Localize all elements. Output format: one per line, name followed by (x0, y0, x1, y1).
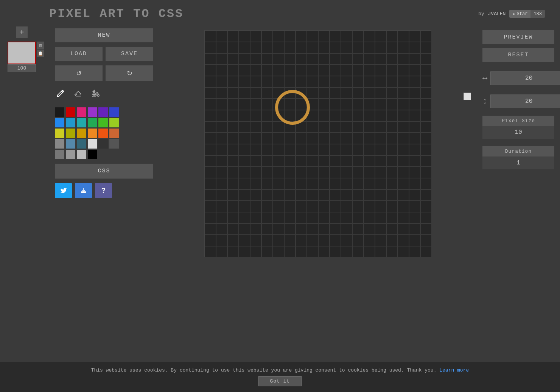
color-picker-tool[interactable] (90, 88, 101, 101)
pixel-cell[interactable] (239, 212, 250, 223)
pixel-cell[interactable] (216, 212, 227, 223)
pixel-cell[interactable] (227, 53, 239, 65)
pixel-cell[interactable] (307, 201, 318, 212)
pixel-cell[interactable] (239, 235, 250, 246)
pixel-cell[interactable] (398, 53, 409, 65)
pixel-cell[interactable] (296, 201, 307, 212)
pixel-cell[interactable] (250, 42, 261, 53)
pixel-cell[interactable] (398, 42, 409, 53)
pixel-cell[interactable] (273, 201, 284, 212)
pixel-cell[interactable] (341, 42, 352, 53)
pixel-cell[interactable] (250, 155, 261, 167)
pixel-cell[interactable] (330, 87, 341, 99)
pixel-cell[interactable] (205, 178, 216, 189)
pixel-cell[interactable] (398, 65, 409, 76)
pixel-cell[interactable] (273, 99, 284, 110)
pixel-cell[interactable] (409, 87, 420, 99)
pixel-cell[interactable] (318, 223, 330, 235)
pixel-cell[interactable] (364, 235, 375, 246)
pixel-cell[interactable] (261, 31, 273, 42)
pixel-cell[interactable] (398, 201, 409, 212)
pixel-cell[interactable] (375, 110, 386, 121)
pixel-cell[interactable] (261, 189, 273, 201)
pixel-cell[interactable] (273, 31, 284, 42)
pixel-cell[interactable] (307, 87, 318, 99)
pixel-cell[interactable] (398, 144, 409, 155)
pixel-cell[interactable] (227, 178, 239, 189)
pixel-cell[interactable] (227, 121, 239, 133)
pixel-cell[interactable] (296, 144, 307, 155)
color-swatch[interactable] (98, 139, 108, 149)
pixel-cell[interactable] (205, 212, 216, 223)
pixel-cell[interactable] (284, 189, 296, 201)
pixel-cell[interactable] (307, 144, 318, 155)
pixel-cell[interactable] (318, 99, 330, 110)
pixel-cell[interactable] (330, 99, 341, 110)
pixel-cell[interactable] (307, 167, 318, 178)
pixel-cell[interactable] (330, 178, 341, 189)
save-button[interactable]: SAVE (106, 47, 153, 61)
pixel-cell[interactable] (420, 189, 432, 201)
pixel-cell[interactable] (330, 42, 341, 53)
pixel-cell[interactable] (261, 76, 273, 87)
pixel-cell[interactable] (409, 167, 420, 178)
pixel-cell[interactable] (250, 235, 261, 246)
pixel-cell[interactable] (352, 212, 364, 223)
duration-value[interactable]: 1 (482, 156, 554, 169)
eraser-tool[interactable] (72, 88, 84, 101)
pixel-cell[interactable] (216, 99, 227, 110)
pixel-cell[interactable] (364, 155, 375, 167)
pixel-cell[interactable] (250, 201, 261, 212)
pixel-cell[interactable] (330, 155, 341, 167)
pixel-cell[interactable] (205, 121, 216, 133)
pixel-cell[interactable] (420, 76, 432, 87)
pixel-cell[interactable] (386, 133, 398, 144)
pixel-cell[interactable] (296, 65, 307, 76)
pixel-cell[interactable] (205, 53, 216, 65)
color-swatch[interactable] (77, 118, 86, 127)
pixel-cell[interactable] (398, 76, 409, 87)
pixel-cell[interactable] (250, 76, 261, 87)
pixel-cell[interactable] (307, 212, 318, 223)
pixel-cell[interactable] (227, 42, 239, 53)
pixel-cell[interactable] (352, 223, 364, 235)
pixel-cell[interactable] (398, 167, 409, 178)
pixel-cell[interactable] (398, 178, 409, 189)
pixel-cell[interactable] (239, 99, 250, 110)
pixel-cell[interactable] (364, 87, 375, 99)
pixel-cell[interactable] (364, 246, 375, 257)
pixel-cell[interactable] (386, 246, 398, 257)
pixel-cell[interactable] (239, 76, 250, 87)
pixel-cell[interactable] (364, 223, 375, 235)
pixel-cell[interactable] (398, 87, 409, 99)
pixel-cell[interactable] (398, 189, 409, 201)
pixel-cell[interactable] (386, 167, 398, 178)
color-swatch[interactable] (98, 107, 108, 117)
pixel-cell[interactable] (205, 144, 216, 155)
pixel-cell[interactable] (375, 235, 386, 246)
color-swatch[interactable] (55, 118, 64, 127)
pixel-cell[interactable] (205, 189, 216, 201)
pixel-cell[interactable] (420, 167, 432, 178)
pixel-cell[interactable] (420, 87, 432, 99)
pixel-cell[interactable] (341, 65, 352, 76)
pixel-cell[interactable] (284, 246, 296, 257)
pixel-cell[interactable] (409, 110, 420, 121)
pixel-cell[interactable] (364, 212, 375, 223)
pixel-cell[interactable] (318, 87, 330, 99)
pixel-cell[interactable] (216, 133, 227, 144)
pixel-cell[interactable] (239, 189, 250, 201)
new-button[interactable]: NEW (55, 28, 153, 42)
color-swatch[interactable] (77, 139, 86, 149)
pixel-cell[interactable] (273, 246, 284, 257)
pixel-cell[interactable] (330, 121, 341, 133)
pixel-cell[interactable] (250, 144, 261, 155)
pixel-cell[interactable] (216, 53, 227, 65)
pixel-cell[interactable] (318, 155, 330, 167)
frame-copy-button[interactable]: 📋 (37, 50, 44, 57)
pixel-cell[interactable] (250, 178, 261, 189)
pixel-cell[interactable] (261, 246, 273, 257)
color-swatch[interactable] (98, 129, 108, 138)
pixel-cell[interactable] (250, 133, 261, 144)
pixel-cell[interactable] (239, 110, 250, 121)
